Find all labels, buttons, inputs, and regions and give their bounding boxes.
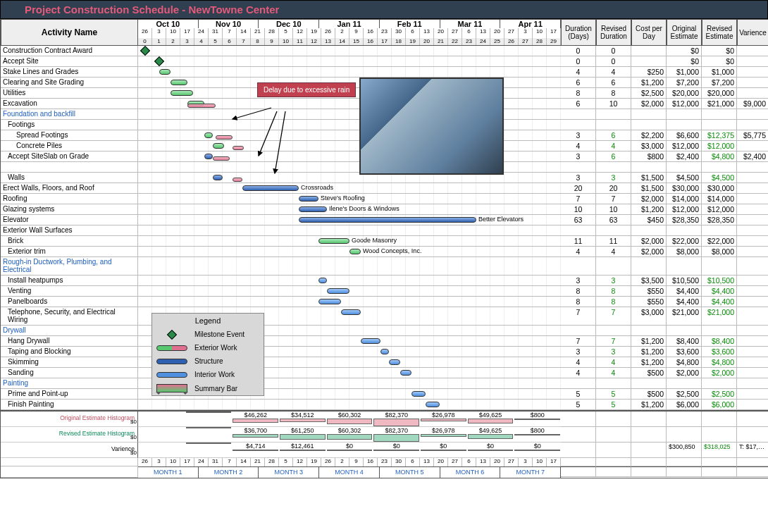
- timeline-row[interactable]: Steve's Roofing: [138, 194, 561, 204]
- timeline-row[interactable]: [138, 56, 561, 67]
- activity-name[interactable]: Accept Site: [1, 56, 138, 67]
- activity-name[interactable]: Concrete Piles: [1, 141, 138, 151]
- gantt-bar[interactable]: [318, 299, 341, 304]
- activity-name[interactable]: Construction Contract Award: [1, 46, 138, 56]
- activity-name[interactable]: Elevator: [1, 215, 138, 225]
- gantt-bar[interactable]: [159, 69, 171, 75]
- activity-name[interactable]: Sanding: [1, 368, 138, 378]
- timeline-row[interactable]: [138, 46, 561, 56]
- cell-rev: [702, 326, 737, 336]
- activity-name[interactable]: Hang Drywall: [1, 336, 138, 347]
- cell-duration: 7: [561, 307, 596, 326]
- gantt-bar[interactable]: [411, 391, 426, 397]
- cell-duration: 20: [561, 183, 596, 194]
- gantt-bar[interactable]: [361, 338, 380, 344]
- gantt-bar[interactable]: [242, 185, 299, 191]
- cell-duration: 3: [561, 276, 596, 286]
- timeline-row[interactable]: [138, 67, 561, 78]
- timeline-day: 10: [533, 28, 547, 38]
- cell-var: [737, 78, 768, 88]
- col-cost-per-day[interactable]: Cost per Day: [631, 19, 667, 46]
- gantt-bar[interactable]: [171, 90, 193, 96]
- timeline-row[interactable]: [138, 225, 561, 236]
- activity-name[interactable]: Drywall: [1, 326, 138, 336]
- cell-orig: $0: [667, 56, 702, 67]
- activity-name[interactable]: Glazing systems: [1, 204, 138, 215]
- cell-rev_dur: 4: [596, 368, 631, 378]
- timeline-row[interactable]: Crossroads: [138, 183, 561, 194]
- timeline-day: 6: [406, 28, 420, 38]
- activity-name[interactable]: Walls: [1, 173, 138, 183]
- activity-name[interactable]: Venting: [1, 286, 138, 297]
- activity-name[interactable]: Install heatpumps: [1, 276, 138, 286]
- activity-name[interactable]: Clearing and Site Grading: [1, 78, 138, 88]
- legend-panel: Legend Milestone EventExterior WorkStruc…: [151, 313, 264, 396]
- gantt-bar[interactable]: [213, 143, 224, 149]
- gantt-bar[interactable]: [318, 278, 327, 283]
- gantt-bar[interactable]: [341, 309, 361, 315]
- activity-name[interactable]: [1, 162, 138, 173]
- activity-name[interactable]: Spread Footings: [1, 130, 138, 141]
- cell-orig: $3,600: [667, 347, 702, 357]
- activity-name[interactable]: Accept SiteSlab on Grade: [1, 151, 138, 162]
- gantt-bar[interactable]: [426, 402, 440, 407]
- gantt-bar[interactable]: [171, 80, 187, 85]
- gantt-bar[interactable]: [327, 288, 349, 294]
- gantt-bar[interactable]: [299, 206, 327, 212]
- activity-name[interactable]: Excavation: [1, 99, 138, 109]
- gantt-bar[interactable]: [349, 249, 361, 254]
- gantt-bar[interactable]: [299, 217, 476, 223]
- timeline-row[interactable]: [138, 297, 561, 307]
- activity-name[interactable]: Stake Lines and Grades: [1, 67, 138, 78]
- timeline-day: 17: [180, 28, 194, 38]
- gantt-bar[interactable]: [380, 349, 389, 354]
- cell-orig: $2,000: [667, 368, 702, 378]
- gantt-bar[interactable]: [318, 238, 349, 244]
- histogram-bars: $0$4,714$12,461$0$0$0$0$0: [138, 443, 561, 458]
- timeline-row[interactable]: Wood Concepts, Inc.: [138, 247, 561, 257]
- timeline-row[interactable]: Goode Masonry: [138, 236, 561, 247]
- activity-name[interactable]: Exterior trim: [1, 247, 138, 257]
- gantt-bar[interactable]: [204, 154, 213, 159]
- col-duration[interactable]: Duration (Days): [561, 19, 596, 46]
- activity-name[interactable]: Skimming: [1, 357, 138, 368]
- gantt-bar[interactable]: [299, 196, 318, 202]
- timeline-weeknum: 21: [434, 38, 448, 45]
- activity-name[interactable]: Brick: [1, 236, 138, 247]
- activity-name[interactable]: Panelboards: [1, 297, 138, 307]
- activity-name[interactable]: Telephone, Security, and Electrical Wiri…: [1, 307, 138, 326]
- col-revised-duration[interactable]: Revised Duration: [596, 19, 631, 46]
- col-original-estimate[interactable]: Original Estimate: [667, 19, 702, 46]
- gantt-bar[interactable]: [389, 359, 400, 365]
- timeline-row[interactable]: [138, 286, 561, 297]
- activity-name[interactable]: Prime and Point-up: [1, 389, 138, 400]
- col-variance[interactable]: Varience: [737, 19, 768, 46]
- timeline-row[interactable]: Ilene's Doors & Windows: [138, 204, 561, 215]
- timeline-row[interactable]: Better Elevators: [138, 215, 561, 225]
- activity-name[interactable]: Painting: [1, 378, 138, 389]
- activity-name[interactable]: Footings: [1, 120, 138, 130]
- timeline-weeknum: 4: [194, 38, 209, 45]
- activity-name[interactable]: Exterior Wall Surfaces: [1, 225, 138, 236]
- gantt-bar[interactable]: [213, 175, 223, 180]
- timeline-weeknum: 19: [406, 38, 420, 45]
- timeline-row[interactable]: [138, 257, 561, 276]
- timeline-header[interactable]: Oct 10Nov 10Dec 10Jan 11Feb 11Mar 11Apr …: [138, 19, 561, 46]
- activity-name[interactable]: Foundation and backfill: [1, 109, 138, 120]
- activity-name[interactable]: Rough-in Ductwork, Plumbing, and Electri…: [1, 257, 138, 276]
- cell-rev_dur: [596, 162, 631, 173]
- col-revised-estimate[interactable]: Revised Estimate: [702, 19, 737, 46]
- activity-name[interactable]: Utilities: [1, 88, 138, 99]
- timeline-row[interactable]: [138, 400, 561, 410]
- cell-cpd: $1,200: [631, 347, 667, 357]
- gantt-bar[interactable]: [204, 132, 213, 138]
- activity-name[interactable]: Finish Painting: [1, 400, 138, 410]
- gantt-bar[interactable]: [400, 370, 411, 376]
- timeline-row[interactable]: [138, 276, 561, 286]
- activity-name[interactable]: Taping and Blocking: [1, 347, 138, 357]
- cell-cpd: $1,500: [631, 173, 667, 183]
- cell-orig: $12,000: [667, 141, 702, 151]
- col-activity[interactable]: Activity Name: [1, 19, 138, 46]
- activity-name[interactable]: Erect Walls, Floors, and Roof: [1, 183, 138, 194]
- activity-name[interactable]: Roofing: [1, 194, 138, 204]
